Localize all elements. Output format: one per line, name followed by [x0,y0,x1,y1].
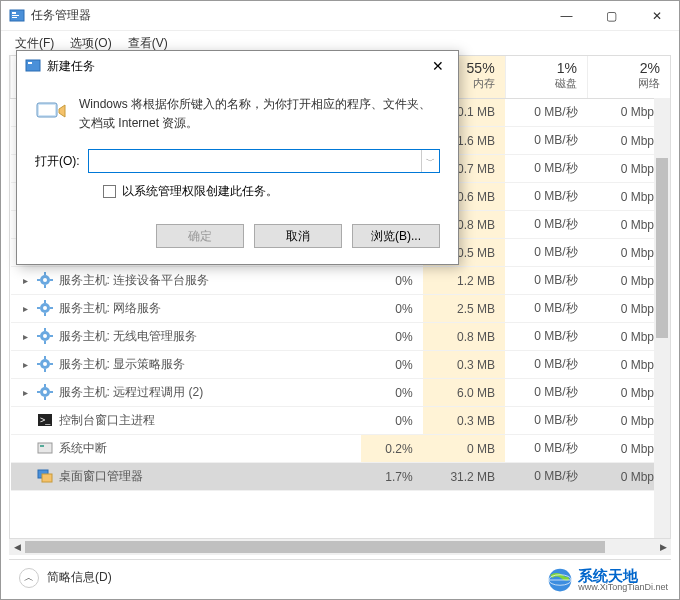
svg-rect-37 [40,445,44,447]
memory-cell: 0 MB [423,435,505,463]
process-name-cell: ▸服务主机: 无线电管理服务 [11,323,361,351]
table-row[interactable]: >_控制台窗口主进程0%0.3 MB0 MB/秒0 Mbps [11,407,671,435]
disk-cell: 0 MB/秒 [505,435,587,463]
process-name-cell: ▸服务主机: 连接设备平台服务 [11,267,361,295]
memory-cell: 0.3 MB [423,407,505,435]
svg-rect-40 [26,60,40,71]
svg-point-17 [43,334,47,338]
horizontal-scrollbar[interactable]: ◀ ▶ [9,539,671,555]
minimize-button[interactable]: — [544,1,589,31]
scroll-left-icon[interactable]: ◀ [9,539,25,555]
col-network[interactable]: 2% 网络 [588,56,670,98]
expand-icon[interactable]: ▸ [21,359,31,370]
scrollbar-thumb-h[interactable] [25,541,605,553]
process-icon: >_ [37,412,53,428]
table-row[interactable]: ▸服务主机: 远程过程调用 (2)0%6.0 MB0 MB/秒0 Mbps [11,379,671,407]
open-label: 打开(O): [35,153,80,170]
disk-cell: 0 MB/秒 [505,295,587,323]
admin-label: 以系统管理权限创建此任务。 [122,183,278,200]
cpu-cell: 0% [361,295,423,323]
table-row[interactable]: ▸服务主机: 无线电管理服务0%0.8 MB0 MB/秒0 Mbps [11,323,671,351]
process-name: 系统中断 [59,440,107,457]
process-name-cell: 桌面窗口管理器 [11,463,361,491]
dialog-close-button[interactable]: ✕ [418,51,458,81]
cpu-cell: 1.7% [361,463,423,491]
maximize-button[interactable]: ▢ [589,1,634,31]
expand-icon[interactable]: ▸ [21,303,31,314]
dialog-icon [25,58,41,74]
watermark-en: www.XiTongTianDi.net [578,583,668,592]
browse-button[interactable]: 浏览(B)... [352,224,440,248]
process-icon [37,468,53,484]
cpu-cell: 0% [361,267,423,295]
run-icon [35,95,67,127]
memory-cell: 1.2 MB [423,267,505,295]
process-name-cell: ▸服务主机: 显示策略服务 [11,351,361,379]
process-icon [37,300,53,316]
cpu-cell: 0.2% [361,435,423,463]
disk-cell: 0 MB/秒 [505,239,587,267]
disk-cell: 0 MB/秒 [505,98,587,127]
disk-cell: 0 MB/秒 [505,463,587,491]
process-name: 服务主机: 网络服务 [59,300,162,317]
svg-rect-36 [38,443,52,453]
svg-point-29 [43,390,47,394]
svg-rect-39 [42,474,52,482]
watermark: 系统天地 www.XiTongTianDi.net [546,566,668,594]
process-name-cell: 系统中断 [11,435,361,463]
process-name-cell: >_控制台窗口主进程 [11,407,361,435]
process-name: 服务主机: 显示策略服务 [59,356,186,373]
memory-cell: 0.3 MB [423,351,505,379]
table-row[interactable]: ▸服务主机: 连接设备平台服务0%1.2 MB0 MB/秒0 Mbps [11,267,671,295]
dialog-title: 新建任务 [47,58,418,75]
table-row[interactable]: ▸服务主机: 网络服务0%2.5 MB0 MB/秒0 Mbps [11,295,671,323]
dialog-titlebar: 新建任务 ✕ [17,51,458,81]
open-combobox[interactable]: ﹀ [88,149,440,173]
disk-cell: 0 MB/秒 [505,211,587,239]
fewer-details-link[interactable]: 简略信息(D) [47,569,112,586]
app-icon [9,8,25,24]
dialog-body: Windows 将根据你所键入的名称，为你打开相应的程序、文件夹、文档或 Int… [17,81,458,264]
ok-button[interactable]: 确定 [156,224,244,248]
process-name-cell: ▸服务主机: 网络服务 [11,295,361,323]
disk-cell: 0 MB/秒 [505,267,587,295]
dialog-description: Windows 将根据你所键入的名称，为你打开相应的程序、文件夹、文档或 Int… [79,95,440,133]
process-name: 控制台窗口主进程 [59,412,155,429]
cpu-cell: 0% [361,323,423,351]
expand-icon[interactable]: ▸ [21,387,31,398]
svg-point-23 [43,362,47,366]
process-icon [37,328,53,344]
table-row[interactable]: ▸服务主机: 显示策略服务0%0.3 MB0 MB/秒0 Mbps [11,351,671,379]
process-name: 服务主机: 连接设备平台服务 [59,272,210,289]
cancel-button[interactable]: 取消 [254,224,342,248]
close-button[interactable]: ✕ [634,1,679,31]
svg-rect-43 [39,105,55,115]
table-row[interactable]: 桌面窗口管理器1.7%31.2 MB0 MB/秒0 Mbps [11,463,671,491]
memory-cell: 2.5 MB [423,295,505,323]
table-row[interactable]: 系统中断0.2%0 MB0 MB/秒0 Mbps [11,435,671,463]
chevron-up-icon[interactable]: ︿ [19,568,39,588]
disk-cell: 0 MB/秒 [505,407,587,435]
expand-icon[interactable]: ▸ [21,331,31,342]
svg-rect-1 [12,12,16,14]
col-disk[interactable]: 1% 磁盘 [505,56,587,98]
process-name: 服务主机: 无线电管理服务 [59,328,198,345]
expand-icon[interactable]: ▸ [21,275,31,286]
process-name-cell: ▸服务主机: 远程过程调用 (2) [11,379,361,407]
globe-icon [546,566,574,594]
admin-checkbox[interactable] [103,185,116,198]
scrollbar-thumb[interactable] [656,158,668,338]
vertical-scrollbar[interactable] [654,98,670,538]
svg-rect-3 [12,17,17,18]
watermark-cn: 系统天地 [578,568,668,583]
process-name: 桌面窗口管理器 [59,468,143,485]
titlebar: 任务管理器 — ▢ ✕ [1,1,679,31]
scroll-right-icon[interactable]: ▶ [655,539,671,555]
open-input[interactable] [89,150,421,172]
run-dialog: 新建任务 ✕ Windows 将根据你所键入的名称，为你打开相应的程序、文件夹、… [16,50,459,265]
svg-point-11 [43,306,47,310]
svg-text:>_: >_ [40,415,51,425]
disk-cell: 0 MB/秒 [505,351,587,379]
dropdown-icon[interactable]: ﹀ [421,150,439,172]
memory-cell: 6.0 MB [423,379,505,407]
